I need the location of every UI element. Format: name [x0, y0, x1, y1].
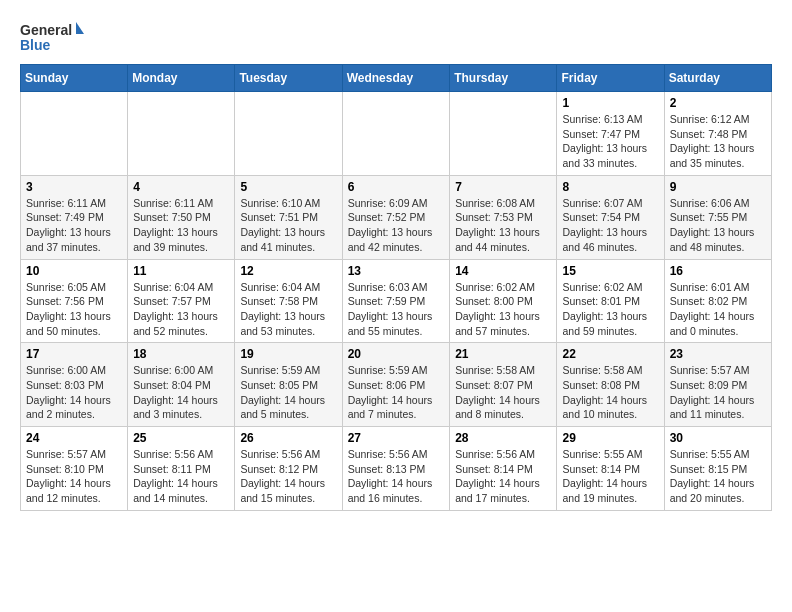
calendar-cell: 30Sunrise: 5:55 AMSunset: 8:15 PMDayligh… — [664, 427, 771, 511]
day-info: Sunrise: 5:58 AMSunset: 8:08 PMDaylight:… — [562, 363, 658, 422]
day-info: Sunrise: 6:04 AMSunset: 7:58 PMDaylight:… — [240, 280, 336, 339]
day-number: 16 — [670, 264, 766, 278]
calendar-cell: 7Sunrise: 6:08 AMSunset: 7:53 PMDaylight… — [450, 175, 557, 259]
day-number: 3 — [26, 180, 122, 194]
week-row-4: 17Sunrise: 6:00 AMSunset: 8:03 PMDayligh… — [21, 343, 772, 427]
day-number: 26 — [240, 431, 336, 445]
day-info: Sunrise: 6:11 AMSunset: 7:50 PMDaylight:… — [133, 196, 229, 255]
day-info: Sunrise: 6:12 AMSunset: 7:48 PMDaylight:… — [670, 112, 766, 171]
calendar-cell: 26Sunrise: 5:56 AMSunset: 8:12 PMDayligh… — [235, 427, 342, 511]
day-info: Sunrise: 6:06 AMSunset: 7:55 PMDaylight:… — [670, 196, 766, 255]
day-info: Sunrise: 5:57 AMSunset: 8:10 PMDaylight:… — [26, 447, 122, 506]
day-info: Sunrise: 5:58 AMSunset: 8:07 PMDaylight:… — [455, 363, 551, 422]
calendar-cell: 12Sunrise: 6:04 AMSunset: 7:58 PMDayligh… — [235, 259, 342, 343]
calendar-body: 1Sunrise: 6:13 AMSunset: 7:47 PMDaylight… — [21, 92, 772, 511]
calendar-header: SundayMondayTuesdayWednesdayThursdayFrid… — [21, 65, 772, 92]
day-number: 22 — [562, 347, 658, 361]
day-number: 15 — [562, 264, 658, 278]
day-info: Sunrise: 6:00 AMSunset: 8:04 PMDaylight:… — [133, 363, 229, 422]
calendar-cell: 2Sunrise: 6:12 AMSunset: 7:48 PMDaylight… — [664, 92, 771, 176]
day-number: 21 — [455, 347, 551, 361]
day-info: Sunrise: 6:02 AMSunset: 8:00 PMDaylight:… — [455, 280, 551, 339]
day-info: Sunrise: 6:01 AMSunset: 8:02 PMDaylight:… — [670, 280, 766, 339]
calendar-cell: 19Sunrise: 5:59 AMSunset: 8:05 PMDayligh… — [235, 343, 342, 427]
day-number: 9 — [670, 180, 766, 194]
week-row-2: 3Sunrise: 6:11 AMSunset: 7:49 PMDaylight… — [21, 175, 772, 259]
header-tuesday: Tuesday — [235, 65, 342, 92]
day-number: 1 — [562, 96, 658, 110]
day-number: 28 — [455, 431, 551, 445]
day-info: Sunrise: 6:03 AMSunset: 7:59 PMDaylight:… — [348, 280, 445, 339]
day-info: Sunrise: 5:57 AMSunset: 8:09 PMDaylight:… — [670, 363, 766, 422]
header-thursday: Thursday — [450, 65, 557, 92]
day-info: Sunrise: 6:08 AMSunset: 7:53 PMDaylight:… — [455, 196, 551, 255]
day-info: Sunrise: 6:00 AMSunset: 8:03 PMDaylight:… — [26, 363, 122, 422]
calendar-cell — [342, 92, 450, 176]
header-sunday: Sunday — [21, 65, 128, 92]
logo: GeneralBlue — [20, 20, 90, 56]
calendar-cell: 20Sunrise: 5:59 AMSunset: 8:06 PMDayligh… — [342, 343, 450, 427]
calendar-cell: 4Sunrise: 6:11 AMSunset: 7:50 PMDaylight… — [128, 175, 235, 259]
calendar-cell: 17Sunrise: 6:00 AMSunset: 8:03 PMDayligh… — [21, 343, 128, 427]
calendar-cell — [235, 92, 342, 176]
calendar-cell: 23Sunrise: 5:57 AMSunset: 8:09 PMDayligh… — [664, 343, 771, 427]
calendar-cell: 15Sunrise: 6:02 AMSunset: 8:01 PMDayligh… — [557, 259, 664, 343]
calendar-cell: 5Sunrise: 6:10 AMSunset: 7:51 PMDaylight… — [235, 175, 342, 259]
day-info: Sunrise: 5:55 AMSunset: 8:15 PMDaylight:… — [670, 447, 766, 506]
day-info: Sunrise: 6:09 AMSunset: 7:52 PMDaylight:… — [348, 196, 445, 255]
page-header: GeneralBlue — [20, 20, 772, 56]
calendar-cell: 21Sunrise: 5:58 AMSunset: 8:07 PMDayligh… — [450, 343, 557, 427]
day-number: 2 — [670, 96, 766, 110]
day-number: 18 — [133, 347, 229, 361]
calendar-cell: 16Sunrise: 6:01 AMSunset: 8:02 PMDayligh… — [664, 259, 771, 343]
day-number: 29 — [562, 431, 658, 445]
day-number: 19 — [240, 347, 336, 361]
day-number: 4 — [133, 180, 229, 194]
day-number: 24 — [26, 431, 122, 445]
day-info: Sunrise: 5:55 AMSunset: 8:14 PMDaylight:… — [562, 447, 658, 506]
day-number: 7 — [455, 180, 551, 194]
week-row-3: 10Sunrise: 6:05 AMSunset: 7:56 PMDayligh… — [21, 259, 772, 343]
day-info: Sunrise: 6:04 AMSunset: 7:57 PMDaylight:… — [133, 280, 229, 339]
calendar-cell: 22Sunrise: 5:58 AMSunset: 8:08 PMDayligh… — [557, 343, 664, 427]
header-friday: Friday — [557, 65, 664, 92]
calendar-cell — [21, 92, 128, 176]
day-number: 10 — [26, 264, 122, 278]
header-row: SundayMondayTuesdayWednesdayThursdayFrid… — [21, 65, 772, 92]
day-number: 14 — [455, 264, 551, 278]
calendar-cell: 24Sunrise: 5:57 AMSunset: 8:10 PMDayligh… — [21, 427, 128, 511]
header-monday: Monday — [128, 65, 235, 92]
calendar-cell: 27Sunrise: 5:56 AMSunset: 8:13 PMDayligh… — [342, 427, 450, 511]
calendar-cell: 11Sunrise: 6:04 AMSunset: 7:57 PMDayligh… — [128, 259, 235, 343]
day-info: Sunrise: 5:59 AMSunset: 8:06 PMDaylight:… — [348, 363, 445, 422]
calendar-cell: 13Sunrise: 6:03 AMSunset: 7:59 PMDayligh… — [342, 259, 450, 343]
day-info: Sunrise: 5:59 AMSunset: 8:05 PMDaylight:… — [240, 363, 336, 422]
calendar-cell: 8Sunrise: 6:07 AMSunset: 7:54 PMDaylight… — [557, 175, 664, 259]
week-row-5: 24Sunrise: 5:57 AMSunset: 8:10 PMDayligh… — [21, 427, 772, 511]
svg-marker-2 — [76, 22, 84, 34]
day-info: Sunrise: 6:13 AMSunset: 7:47 PMDaylight:… — [562, 112, 658, 171]
day-number: 8 — [562, 180, 658, 194]
header-wednesday: Wednesday — [342, 65, 450, 92]
day-number: 13 — [348, 264, 445, 278]
day-info: Sunrise: 5:56 AMSunset: 8:11 PMDaylight:… — [133, 447, 229, 506]
day-number: 20 — [348, 347, 445, 361]
day-number: 6 — [348, 180, 445, 194]
svg-text:General: General — [20, 22, 72, 38]
day-number: 23 — [670, 347, 766, 361]
week-row-1: 1Sunrise: 6:13 AMSunset: 7:47 PMDaylight… — [21, 92, 772, 176]
day-info: Sunrise: 6:11 AMSunset: 7:49 PMDaylight:… — [26, 196, 122, 255]
calendar-cell: 6Sunrise: 6:09 AMSunset: 7:52 PMDaylight… — [342, 175, 450, 259]
calendar-cell — [128, 92, 235, 176]
calendar-cell: 9Sunrise: 6:06 AMSunset: 7:55 PMDaylight… — [664, 175, 771, 259]
calendar-cell: 18Sunrise: 6:00 AMSunset: 8:04 PMDayligh… — [128, 343, 235, 427]
day-info: Sunrise: 5:56 AMSunset: 8:12 PMDaylight:… — [240, 447, 336, 506]
day-info: Sunrise: 5:56 AMSunset: 8:13 PMDaylight:… — [348, 447, 445, 506]
day-number: 27 — [348, 431, 445, 445]
day-info: Sunrise: 6:02 AMSunset: 8:01 PMDaylight:… — [562, 280, 658, 339]
day-number: 11 — [133, 264, 229, 278]
header-saturday: Saturday — [664, 65, 771, 92]
calendar-cell: 14Sunrise: 6:02 AMSunset: 8:00 PMDayligh… — [450, 259, 557, 343]
calendar-cell: 10Sunrise: 6:05 AMSunset: 7:56 PMDayligh… — [21, 259, 128, 343]
calendar-cell: 28Sunrise: 5:56 AMSunset: 8:14 PMDayligh… — [450, 427, 557, 511]
